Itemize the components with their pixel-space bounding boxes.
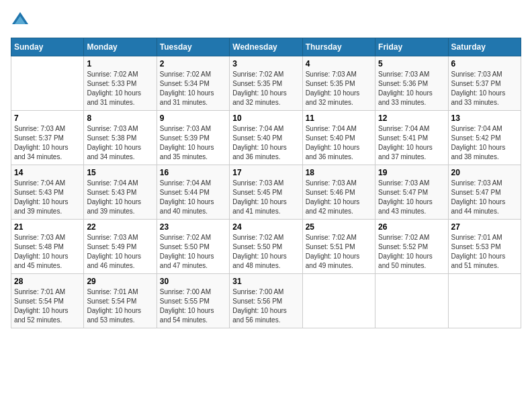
day-info: Sunrise: 7:02 AMSunset: 5:51 PMDaylight:… (306, 233, 372, 271)
day-number: 16 (160, 168, 226, 177)
day-cell: 28 Sunrise: 7:01 AMSunset: 5:54 PMDaylig… (11, 274, 84, 328)
week-row-2: 7 Sunrise: 7:03 AMSunset: 5:37 PMDayligh… (11, 111, 521, 165)
day-cell (375, 274, 448, 328)
day-number: 12 (378, 113, 445, 123)
day-info: Sunrise: 7:02 AMSunset: 5:50 PMDaylight:… (160, 233, 226, 271)
day-info: Sunrise: 7:03 AMSunset: 5:39 PMDaylight:… (160, 124, 226, 162)
day-info: Sunrise: 7:01 AMSunset: 5:54 PMDaylight:… (87, 287, 153, 325)
day-cell: 19 Sunrise: 7:03 AMSunset: 5:47 PMDaylig… (375, 165, 448, 220)
day-info: Sunrise: 7:02 AMSunset: 5:33 PMDaylight:… (87, 70, 153, 107)
day-cell (11, 56, 84, 111)
day-header-friday: Friday (375, 38, 448, 56)
day-number: 6 (451, 59, 518, 68)
day-cell: 17 Sunrise: 7:03 AMSunset: 5:45 PMDaylig… (230, 165, 302, 220)
logo-icon (11, 11, 30, 30)
day-cell: 18 Sunrise: 7:03 AMSunset: 5:46 PMDaylig… (302, 165, 375, 220)
day-info: Sunrise: 7:03 AMSunset: 5:37 PMDaylight:… (14, 124, 81, 162)
calendar-table: SundayMondayTuesdayWednesdayThursdayFrid… (11, 38, 521, 328)
day-cell: 6 Sunrise: 7:03 AMSunset: 5:37 PMDayligh… (448, 56, 521, 111)
day-header-sunday: Sunday (11, 38, 84, 56)
day-info: Sunrise: 7:04 AMSunset: 5:42 PMDaylight:… (451, 124, 518, 162)
calendar-header-row: SundayMondayTuesdayWednesdayThursdayFrid… (11, 38, 521, 56)
day-number: 2 (160, 59, 226, 68)
day-info: Sunrise: 7:03 AMSunset: 5:36 PMDaylight:… (378, 70, 445, 107)
day-number: 11 (306, 113, 372, 123)
day-number: 19 (378, 168, 445, 177)
day-number: 27 (451, 222, 518, 232)
week-row-1: 1 Sunrise: 7:02 AMSunset: 5:33 PMDayligh… (11, 56, 521, 111)
day-cell: 22 Sunrise: 7:03 AMSunset: 5:49 PMDaylig… (84, 220, 157, 274)
day-info: Sunrise: 7:03 AMSunset: 5:49 PMDaylight:… (87, 233, 153, 271)
day-cell: 8 Sunrise: 7:03 AMSunset: 5:38 PMDayligh… (84, 111, 157, 165)
day-cell: 26 Sunrise: 7:02 AMSunset: 5:52 PMDaylig… (375, 220, 448, 274)
day-info: Sunrise: 7:04 AMSunset: 5:44 PMDaylight:… (160, 179, 226, 216)
day-cell: 21 Sunrise: 7:03 AMSunset: 5:48 PMDaylig… (11, 220, 84, 274)
day-cell: 2 Sunrise: 7:02 AMSunset: 5:34 PMDayligh… (157, 56, 229, 111)
day-number: 1 (87, 59, 153, 68)
day-number: 23 (160, 222, 226, 232)
day-cell: 7 Sunrise: 7:03 AMSunset: 5:37 PMDayligh… (11, 111, 84, 165)
day-number: 20 (451, 168, 518, 177)
day-number: 9 (160, 113, 226, 123)
day-number: 3 (232, 59, 299, 68)
day-info: Sunrise: 7:04 AMSunset: 5:41 PMDaylight:… (378, 124, 445, 162)
day-cell: 3 Sunrise: 7:02 AMSunset: 5:35 PMDayligh… (230, 56, 302, 111)
day-info: Sunrise: 7:02 AMSunset: 5:52 PMDaylight:… (378, 233, 445, 271)
day-number: 18 (306, 168, 372, 177)
day-number: 7 (14, 113, 81, 123)
day-cell: 30 Sunrise: 7:00 AMSunset: 5:55 PMDaylig… (157, 274, 229, 328)
day-number: 8 (87, 113, 153, 123)
day-info: Sunrise: 7:03 AMSunset: 5:38 PMDaylight:… (87, 124, 153, 162)
day-cell: 14 Sunrise: 7:04 AMSunset: 5:43 PMDaylig… (11, 165, 84, 220)
day-cell: 9 Sunrise: 7:03 AMSunset: 5:39 PMDayligh… (157, 111, 229, 165)
day-number: 25 (306, 222, 372, 232)
week-row-4: 21 Sunrise: 7:03 AMSunset: 5:48 PMDaylig… (11, 220, 521, 274)
day-info: Sunrise: 7:00 AMSunset: 5:56 PMDaylight:… (232, 287, 299, 325)
day-info: Sunrise: 7:02 AMSunset: 5:35 PMDaylight:… (232, 70, 299, 107)
day-cell: 15 Sunrise: 7:04 AMSunset: 5:43 PMDaylig… (84, 165, 157, 220)
day-cell: 31 Sunrise: 7:00 AMSunset: 5:56 PMDaylig… (230, 274, 302, 328)
day-info: Sunrise: 7:04 AMSunset: 5:43 PMDaylight:… (87, 179, 153, 216)
page-header (11, 11, 521, 30)
day-info: Sunrise: 7:01 AMSunset: 5:53 PMDaylight:… (451, 233, 518, 271)
day-number: 10 (232, 113, 299, 123)
day-cell: 16 Sunrise: 7:04 AMSunset: 5:44 PMDaylig… (157, 165, 229, 220)
day-number: 13 (451, 113, 518, 123)
day-cell: 25 Sunrise: 7:02 AMSunset: 5:51 PMDaylig… (302, 220, 375, 274)
day-info: Sunrise: 7:03 AMSunset: 5:47 PMDaylight:… (378, 179, 445, 216)
day-info: Sunrise: 7:04 AMSunset: 5:40 PMDaylight:… (232, 124, 299, 162)
day-cell: 4 Sunrise: 7:03 AMSunset: 5:35 PMDayligh… (302, 56, 375, 111)
day-number: 31 (232, 277, 299, 286)
day-header-tuesday: Tuesday (157, 38, 229, 56)
week-row-5: 28 Sunrise: 7:01 AMSunset: 5:54 PMDaylig… (11, 274, 521, 328)
day-number: 4 (306, 59, 372, 68)
day-cell: 13 Sunrise: 7:04 AMSunset: 5:42 PMDaylig… (448, 111, 521, 165)
day-info: Sunrise: 7:04 AMSunset: 5:40 PMDaylight:… (306, 124, 372, 162)
day-number: 5 (378, 59, 445, 68)
day-number: 26 (378, 222, 445, 232)
week-row-3: 14 Sunrise: 7:04 AMSunset: 5:43 PMDaylig… (11, 165, 521, 220)
day-header-saturday: Saturday (448, 38, 521, 56)
day-info: Sunrise: 7:03 AMSunset: 5:46 PMDaylight:… (306, 179, 372, 216)
day-cell: 29 Sunrise: 7:01 AMSunset: 5:54 PMDaylig… (84, 274, 157, 328)
day-header-thursday: Thursday (302, 38, 375, 56)
day-cell: 23 Sunrise: 7:02 AMSunset: 5:50 PMDaylig… (157, 220, 229, 274)
day-header-wednesday: Wednesday (230, 38, 302, 56)
day-cell: 1 Sunrise: 7:02 AMSunset: 5:33 PMDayligh… (84, 56, 157, 111)
day-number: 24 (232, 222, 299, 232)
day-number: 29 (87, 277, 153, 286)
day-info: Sunrise: 7:03 AMSunset: 5:47 PMDaylight:… (451, 179, 518, 216)
day-cell: 27 Sunrise: 7:01 AMSunset: 5:53 PMDaylig… (448, 220, 521, 274)
day-info: Sunrise: 7:03 AMSunset: 5:45 PMDaylight:… (232, 179, 299, 216)
day-number: 15 (87, 168, 153, 177)
day-number: 21 (14, 222, 81, 232)
day-number: 28 (14, 277, 81, 286)
day-number: 14 (14, 168, 81, 177)
day-header-monday: Monday (84, 38, 157, 56)
day-info: Sunrise: 7:03 AMSunset: 5:48 PMDaylight:… (14, 233, 81, 271)
day-cell (302, 274, 375, 328)
day-info: Sunrise: 7:03 AMSunset: 5:35 PMDaylight:… (306, 70, 372, 107)
day-cell (448, 274, 521, 328)
day-cell: 5 Sunrise: 7:03 AMSunset: 5:36 PMDayligh… (375, 56, 448, 111)
day-cell: 11 Sunrise: 7:04 AMSunset: 5:40 PMDaylig… (302, 111, 375, 165)
